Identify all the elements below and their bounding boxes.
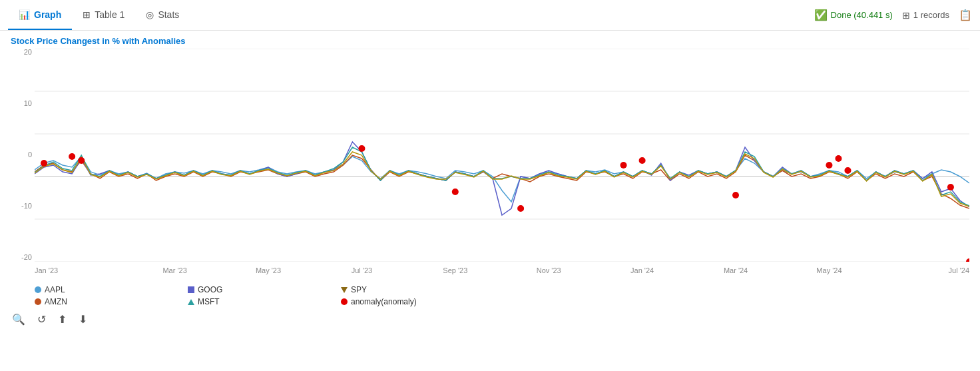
tab-graph-label: Graph bbox=[34, 9, 61, 20]
x-label-jan24: Jan '24 bbox=[595, 266, 688, 281]
svg-point-11 bbox=[452, 188, 459, 195]
anomaly-dot bbox=[341, 298, 348, 305]
aapl-label: AAPL bbox=[45, 285, 65, 294]
tab-graph[interactable]: 📊 Graph bbox=[8, 0, 72, 30]
svg-point-18 bbox=[844, 167, 851, 174]
msft-triangle-up bbox=[188, 299, 194, 305]
records-label: 1 records bbox=[913, 10, 949, 20]
graph-icon: 📊 bbox=[19, 9, 30, 20]
records-icon: ⊞ bbox=[902, 10, 910, 21]
top-bar: 📊 Graph ⊞ Table 1 ◎ Stats ✅ Done (40.441… bbox=[0, 0, 980, 31]
svg-point-14 bbox=[639, 157, 646, 164]
done-badge: ✅ Done (40.441 s) bbox=[814, 9, 893, 21]
x-label-jul23: Jul '23 bbox=[315, 266, 408, 281]
svg-point-9 bbox=[78, 157, 85, 164]
tab-table1-label: Table 1 bbox=[95, 9, 124, 20]
clipboard-icon[interactable]: 📋 bbox=[959, 9, 972, 21]
legend-spy: SPY bbox=[341, 285, 494, 294]
x-label-mar24: Mar '24 bbox=[689, 266, 782, 281]
svg-point-20 bbox=[966, 258, 969, 262]
svg-point-7 bbox=[41, 160, 47, 167]
upload-button[interactable]: ⬆ bbox=[57, 312, 68, 327]
svg-point-10 bbox=[358, 145, 365, 152]
msft-label: MSFT bbox=[198, 297, 220, 306]
legend-area: AAPL GOOG SPY AMZN MSFT anomaly(anomaly) bbox=[0, 281, 980, 309]
y-label-neg20: -20 bbox=[21, 254, 32, 261]
tab-stats[interactable]: ◎ Stats bbox=[135, 0, 190, 30]
y-label-0: 0 bbox=[28, 151, 32, 159]
goog-square bbox=[188, 286, 194, 293]
amzn-label: AMZN bbox=[45, 297, 67, 306]
zoom-button[interactable]: 🔍 bbox=[11, 312, 27, 327]
x-label-nov23: Nov '23 bbox=[502, 266, 595, 281]
refresh-button[interactable]: ↺ bbox=[36, 312, 47, 327]
records-badge: ⊞ 1 records bbox=[902, 10, 949, 21]
x-label-sep23: Sep '23 bbox=[409, 266, 502, 281]
spy-label: SPY bbox=[351, 285, 367, 294]
download-button[interactable]: ⬇ bbox=[77, 312, 89, 327]
table-icon: ⊞ bbox=[83, 9, 91, 20]
done-label: Done (40.441 s) bbox=[831, 10, 893, 20]
spy-triangle bbox=[341, 287, 348, 293]
svg-point-17 bbox=[835, 155, 842, 162]
x-label-may23: May '23 bbox=[222, 266, 315, 281]
x-axis: Jan '23 Mar '23 May '23 Jul '23 Sep '23 … bbox=[35, 264, 969, 281]
goog-label: GOOG bbox=[198, 285, 222, 294]
legend-goog: GOOG bbox=[188, 285, 341, 294]
y-label-10: 10 bbox=[24, 100, 32, 107]
amzn-dot bbox=[35, 298, 41, 305]
legend-row-1: AAPL GOOG SPY bbox=[35, 285, 969, 294]
x-label-jan23: Jan '23 bbox=[35, 266, 128, 281]
y-label-20: 20 bbox=[24, 49, 32, 56]
y-axis: 20 10 0 -10 -20 bbox=[11, 49, 35, 261]
svg-point-12 bbox=[517, 205, 524, 212]
y-label-neg10: -10 bbox=[21, 202, 32, 210]
x-label-mar23: Mar '23 bbox=[128, 266, 221, 281]
chart-container: 20 10 0 -10 -20 bbox=[11, 49, 969, 281]
top-bar-right: ✅ Done (40.441 s) ⊞ 1 records 📋 bbox=[814, 9, 972, 21]
legend-anomaly: anomaly(anomaly) bbox=[341, 297, 494, 306]
chart-area: Stock Price Changest in % with Anomalies… bbox=[0, 31, 980, 281]
check-icon: ✅ bbox=[814, 9, 828, 21]
legend-aapl: AAPL bbox=[35, 285, 188, 294]
legend-amzn: AMZN bbox=[35, 297, 188, 306]
toolbar: 🔍 ↺ ⬆ ⬇ bbox=[0, 309, 980, 330]
x-label-may24: May '24 bbox=[782, 266, 875, 281]
legend-msft: MSFT bbox=[188, 297, 341, 306]
chart-plot: Jan '23 Mar '23 May '23 Jul '23 Sep '23 … bbox=[35, 49, 969, 281]
stats-icon: ◎ bbox=[146, 9, 154, 20]
svg-point-15 bbox=[732, 192, 739, 198]
aapl-dot bbox=[35, 286, 41, 293]
anomaly-label: anomaly(anomaly) bbox=[351, 297, 417, 306]
svg-point-19 bbox=[947, 184, 954, 190]
svg-point-13 bbox=[620, 162, 627, 169]
svg-point-16 bbox=[826, 162, 832, 169]
chart-svg bbox=[35, 49, 969, 262]
x-label-jul24: Jul '24 bbox=[876, 266, 969, 281]
tab-table1[interactable]: ⊞ Table 1 bbox=[72, 0, 135, 30]
svg-point-8 bbox=[69, 153, 75, 160]
chart-title: Stock Price Changest in % with Anomalies bbox=[11, 36, 969, 46]
tab-stats-label: Stats bbox=[158, 9, 179, 20]
legend-row-2: AMZN MSFT anomaly(anomaly) bbox=[35, 297, 969, 306]
